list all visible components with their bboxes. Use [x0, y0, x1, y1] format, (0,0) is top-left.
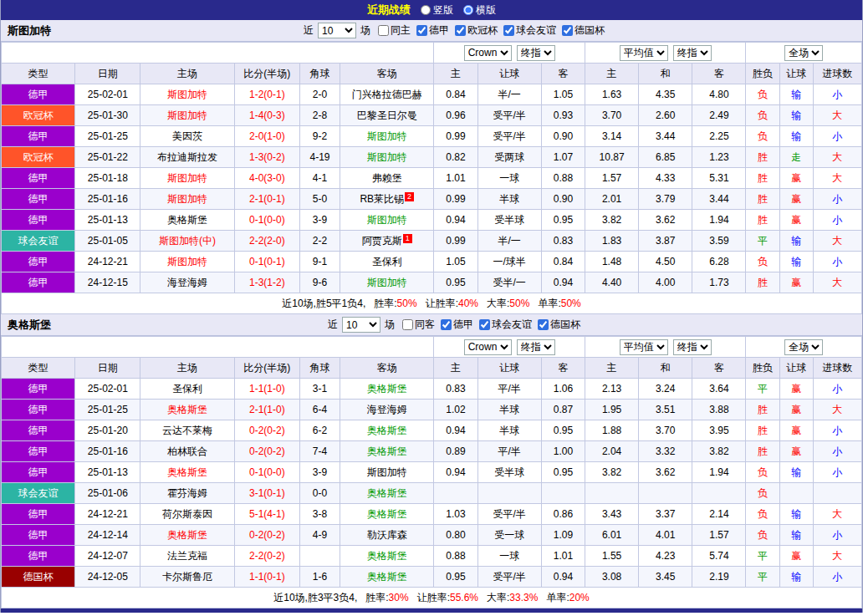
away-team[interactable]: 勒沃库森 — [340, 525, 434, 546]
filter-checkbox[interactable]: 德甲 — [441, 318, 473, 332]
corner-score: 3-8 — [299, 504, 340, 525]
filter-checkbox[interactable]: 欧冠杯 — [455, 23, 498, 38]
corner-score: 0-0 — [299, 483, 340, 504]
asia-odds-time-select[interactable]: 终指 — [517, 45, 555, 61]
away-team[interactable]: 奥格斯堡 — [340, 420, 434, 441]
away-team[interactable]: 奥格斯堡 — [340, 441, 434, 462]
filter-checkbox-input[interactable] — [416, 25, 427, 36]
away-team[interactable]: 海登海姆 — [340, 400, 434, 420]
summary-row: 近10场,胜5平1负4,胜率:50%让胜率:40%大率:50%单率:50% — [2, 293, 862, 314]
horizontal-layout-radio[interactable] — [463, 5, 473, 15]
filter-checkbox-input[interactable] — [479, 319, 490, 330]
home-team[interactable]: 奥格斯堡 — [140, 210, 234, 231]
europe-odds-value: 2.19 — [692, 567, 746, 588]
filter-checkbox[interactable]: 同客 — [402, 318, 435, 332]
red-card-badge: 1 — [403, 234, 412, 243]
home-team[interactable]: 云达不莱梅 — [140, 420, 234, 441]
filter-checkbox-input[interactable] — [402, 319, 413, 330]
away-team[interactable]: 圣保利 — [340, 252, 434, 272]
summary-stat-label: 单率: — [538, 298, 560, 309]
corner-score: 1-6 — [299, 567, 340, 588]
away-team[interactable]: 门兴格拉德巴赫 — [340, 84, 434, 105]
asia-odds-value: 受半/一 — [477, 272, 541, 293]
away-team[interactable]: 斯图加特 — [340, 272, 434, 293]
home-team[interactable]: 斯图加特 — [140, 189, 234, 210]
away-team[interactable]: 阿贾克斯1 — [340, 231, 434, 252]
match-scope-select[interactable]: 全场 — [784, 45, 823, 61]
home-team[interactable]: 奥格斯堡 — [140, 462, 234, 483]
away-team[interactable]: 奥格斯堡 — [340, 483, 434, 504]
filter-checkbox[interactable]: 同主 — [378, 23, 411, 38]
win-loss-cell: 胜 — [746, 272, 779, 293]
asia-odds-value: 1.02 — [434, 400, 477, 420]
score: 1-1(0-1) — [234, 567, 299, 588]
away-team[interactable]: 斯图加特 — [340, 126, 434, 147]
home-team[interactable]: 霍芬海姆 — [140, 483, 234, 504]
recent-count-select[interactable]: 10 — [318, 23, 356, 38]
away-team[interactable]: 弗赖堡 — [340, 168, 434, 189]
asia-odds-value: 受半球 — [477, 210, 541, 231]
recent-count-select[interactable]: 10 — [342, 317, 380, 333]
away-team[interactable]: 斯图加特 — [340, 210, 434, 231]
away-team[interactable]: RB莱比锡2 — [340, 189, 434, 210]
column-header: 进球数 — [813, 358, 861, 379]
home-team[interactable]: 斯图加特 — [140, 105, 234, 126]
match-scope-select[interactable]: 全场 — [784, 339, 823, 355]
filter-checkbox-input[interactable] — [538, 319, 549, 330]
away-team-name: 巴黎圣日尔曼 — [357, 109, 417, 121]
filter-checkbox[interactable]: 德国杯 — [562, 23, 605, 38]
league-badge: 德甲 — [2, 420, 75, 441]
away-team[interactable]: 奥格斯堡 — [340, 567, 434, 588]
win-loss-cell: 平 — [746, 546, 779, 567]
goals-result-cell: 小 — [813, 84, 861, 105]
asia-odds-source-select[interactable]: Crown — [464, 45, 512, 61]
filter-checkbox[interactable]: 球会友谊 — [503, 23, 556, 38]
home-team[interactable]: 美因茨 — [140, 126, 234, 147]
away-team[interactable]: 斯图加特 — [340, 462, 434, 483]
home-team[interactable]: 卡尔斯鲁厄 — [140, 567, 234, 588]
filter-checkbox-input[interactable] — [441, 319, 452, 330]
home-team[interactable]: 荷尔斯泰因 — [140, 504, 234, 525]
layout-option-vertical[interactable]: 竖版 — [421, 3, 453, 18]
europe-odds-source-select[interactable]: 平均值 — [620, 45, 668, 61]
home-team[interactable]: 法兰克福 — [140, 546, 234, 567]
home-team[interactable]: 斯图加特 — [140, 84, 234, 105]
away-team[interactable]: 巴黎圣日尔曼 — [340, 105, 434, 126]
filter-checkbox[interactable]: 德国杯 — [538, 318, 580, 332]
away-team[interactable]: 斯图加特 — [340, 147, 434, 168]
home-team[interactable]: 圣保利 — [140, 379, 234, 400]
filter-checkbox[interactable]: 球会友谊 — [479, 318, 532, 332]
summary-stat-label: 胜率: — [374, 298, 396, 309]
home-team[interactable]: 斯图加特 — [140, 168, 234, 189]
home-team[interactable]: 柏林联合 — [140, 441, 234, 462]
team-name: 奥格斯堡 — [8, 318, 51, 333]
filter-checkbox[interactable]: 德甲 — [416, 23, 449, 38]
home-team[interactable]: 布拉迪斯拉发 — [140, 147, 234, 168]
home-team[interactable]: 海登海姆 — [140, 272, 234, 293]
column-header: 让球 — [477, 64, 541, 84]
layout-option-horizontal[interactable]: 横版 — [463, 3, 496, 18]
filter-checkbox-input[interactable] — [503, 25, 514, 36]
europe-odds-time-select[interactable]: 终指 — [673, 45, 712, 61]
away-team[interactable]: 奥格斯堡 — [340, 546, 434, 567]
filter-checkbox-input[interactable] — [455, 25, 466, 36]
europe-odds-value: 4.35 — [639, 84, 692, 105]
goals-result-cell: 小 — [813, 210, 861, 231]
away-team[interactable]: 奥格斯堡 — [340, 504, 434, 525]
league-badge: 德甲 — [2, 525, 75, 546]
filter-checkbox-input[interactable] — [378, 25, 389, 36]
asia-odds-time-select[interactable]: 终指 — [517, 339, 555, 355]
home-team[interactable]: 奥格斯堡 — [140, 525, 234, 546]
europe-odds-source-select[interactable]: 平均值 — [620, 339, 668, 355]
europe-odds-time-select[interactable]: 终指 — [673, 339, 712, 355]
corner-score: 3-1 — [299, 379, 340, 400]
home-team[interactable]: 奥格斯堡 — [140, 400, 234, 420]
asia-odds-source-select[interactable]: Crown — [464, 339, 512, 355]
home-team[interactable]: 斯图加特(中) — [140, 231, 234, 252]
vertical-layout-radio[interactable] — [421, 5, 431, 15]
filter-checkbox-input[interactable] — [562, 25, 573, 36]
europe-odds-value: 1.83 — [585, 231, 638, 252]
away-team[interactable]: 奥格斯堡 — [340, 379, 434, 400]
home-team[interactable]: 斯图加特 — [140, 252, 234, 272]
europe-odds-value: 3.51 — [639, 400, 692, 420]
